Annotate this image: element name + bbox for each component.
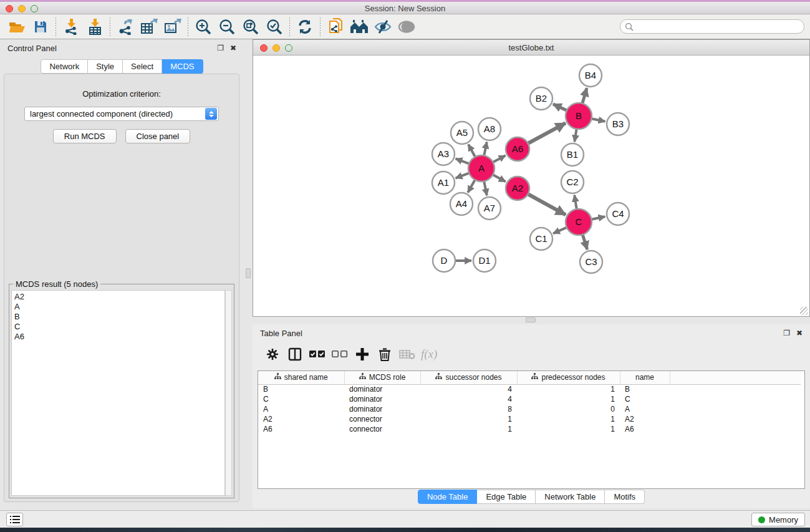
settings-gear-icon[interactable] <box>261 344 284 365</box>
table-cell[interactable]: A2 <box>620 414 670 424</box>
column-header[interactable]: name <box>620 371 670 384</box>
table-cell[interactable]: A6 <box>258 424 344 434</box>
table-cell[interactable]: 4 <box>420 394 517 404</box>
horizontal-splitter-handle[interactable] <box>526 317 536 322</box>
hide-selected-icon[interactable] <box>371 16 395 37</box>
zoom-fit-icon[interactable] <box>239 16 263 37</box>
table-cell[interactable]: 1 <box>420 424 517 434</box>
mcds-result-item[interactable]: A2 <box>14 292 224 302</box>
unselect-all-columns-icon[interactable] <box>329 344 351 365</box>
table-cell[interactable]: B <box>620 384 670 394</box>
table-cell[interactable]: 4 <box>420 384 517 394</box>
graph-node-B4[interactable]: B4 <box>579 64 602 87</box>
toggle-column-panel-icon[interactable] <box>284 344 306 365</box>
table-cell[interactable]: B <box>258 384 344 394</box>
graph-node-C3[interactable]: C3 <box>580 251 602 273</box>
task-history-button[interactable] <box>6 513 23 526</box>
graph-node-A4[interactable]: A4 <box>450 193 473 215</box>
column-header[interactable]: MCDS role <box>344 371 420 384</box>
graph-node-C1[interactable]: C1 <box>530 228 552 250</box>
mcds-result-list[interactable]: A2ABCA6 <box>11 290 225 496</box>
column-header[interactable]: predecessor nodes <box>517 371 620 384</box>
table-cell[interactable]: A <box>620 404 670 414</box>
tab-edge-table[interactable]: Edge Table <box>477 490 536 504</box>
graph-node-C4[interactable]: C4 <box>607 203 629 225</box>
export-image-icon[interactable] <box>161 16 185 37</box>
column-header[interactable]: shared name <box>258 371 344 384</box>
table-row[interactable]: A2connector11A2 <box>258 414 801 424</box>
table-cell[interactable]: A <box>258 404 344 414</box>
refresh-layout-icon[interactable] <box>293 16 317 37</box>
mcds-result-item[interactable]: C <box>14 322 224 332</box>
table-cell[interactable]: C <box>258 394 344 404</box>
graph-node-D[interactable]: D <box>433 249 455 272</box>
graph-node-B3[interactable]: B3 <box>607 113 629 135</box>
table-row[interactable]: Adominator80A <box>258 404 801 414</box>
table-cell[interactable]: 1 <box>420 414 517 424</box>
graph-node-A3[interactable]: A3 <box>432 143 455 165</box>
memory-button[interactable]: Memory <box>751 513 805 526</box>
run-mcds-button[interactable]: Run MCDS <box>53 129 117 143</box>
table-row[interactable]: A6connector11A6 <box>258 424 801 434</box>
network-canvas[interactable]: AA1A2A3A4A5A6A7A8BB1B2B3B4CC1C2C3C4DD1 <box>253 56 809 316</box>
save-session-icon[interactable] <box>29 16 52 37</box>
graph-node-A1[interactable]: A1 <box>432 172 455 194</box>
open-session-icon[interactable] <box>5 16 29 37</box>
tab-style[interactable]: Style <box>88 59 123 74</box>
graph-node-B[interactable]: B <box>566 103 592 129</box>
search-field[interactable] <box>620 19 804 34</box>
show-all-icon[interactable] <box>395 16 418 37</box>
main-titlebar[interactable]: Session: New Session <box>0 2 810 14</box>
table-cell[interactable]: connector <box>344 414 420 424</box>
table-cell[interactable]: C <box>620 394 670 404</box>
table-cell[interactable]: 1 <box>517 424 620 434</box>
graph-node-A6[interactable]: A6 <box>506 137 529 161</box>
graph-node-A2[interactable]: A2 <box>506 177 529 200</box>
graph-node-C2[interactable]: C2 <box>561 171 584 193</box>
zoom-in-icon[interactable] <box>191 16 215 37</box>
export-network-icon[interactable] <box>113 16 137 37</box>
zoom-out-icon[interactable] <box>215 16 239 37</box>
zoom-selected-icon[interactable] <box>263 16 286 37</box>
table-cell[interactable]: A6 <box>620 424 670 434</box>
float-panel-icon[interactable]: ❐ <box>217 44 224 52</box>
table-cell[interactable]: 8 <box>420 404 517 414</box>
table-cell[interactable]: 1 <box>517 414 620 424</box>
tab-network-table[interactable]: Network Table <box>536 490 605 504</box>
close-panel-icon[interactable]: ✖ <box>230 44 236 52</box>
close-table-panel-icon[interactable]: ✖ <box>796 329 803 337</box>
graph-node-B1[interactable]: B1 <box>561 143 584 166</box>
graph-node-A[interactable]: A <box>468 155 494 181</box>
tab-mcds[interactable]: MCDS <box>162 59 203 74</box>
add-column-icon[interactable] <box>351 344 374 365</box>
delete-column-icon[interactable] <box>374 344 396 365</box>
window-resize-grip[interactable] <box>800 307 808 315</box>
table-cell[interactable]: dominator <box>344 384 420 394</box>
graph-node-A7[interactable]: A7 <box>478 197 501 220</box>
graph-node-B2[interactable]: B2 <box>530 87 552 110</box>
export-table-icon[interactable] <box>137 16 161 37</box>
float-table-panel-icon[interactable]: ❐ <box>783 329 790 337</box>
graph-node-A5[interactable]: A5 <box>451 122 473 144</box>
table-cell[interactable]: 1 <box>517 394 620 404</box>
close-panel-button[interactable]: Close panel <box>125 129 191 143</box>
first-neighbors-icon[interactable] <box>347 16 371 37</box>
column-header[interactable]: successor nodes <box>420 371 517 384</box>
import-network-icon[interactable] <box>59 16 83 37</box>
table-cell[interactable]: 0 <box>517 404 620 414</box>
vertical-splitter-handle[interactable] <box>246 268 251 278</box>
select-all-columns-icon[interactable] <box>306 344 329 365</box>
optimization-criterion-select[interactable]: largest connected component (directed) <box>24 107 219 121</box>
tab-network[interactable]: Network <box>41 59 88 74</box>
node-table[interactable]: shared nameMCDS rolesuccessor nodesprede… <box>258 370 805 489</box>
search-input[interactable] <box>637 22 804 31</box>
tab-motifs[interactable]: Motifs <box>605 490 645 504</box>
table-row[interactable]: Cdominator41C <box>258 394 801 404</box>
graph-node-A8[interactable]: A8 <box>478 118 501 140</box>
mcds-result-item[interactable]: B <box>14 312 224 322</box>
mcds-result-item[interactable]: A6 <box>14 332 224 342</box>
table-cell[interactable]: 1 <box>517 384 620 394</box>
graph-node-D1[interactable]: D1 <box>473 249 496 272</box>
table-cell[interactable]: A2 <box>258 414 344 424</box>
table-cell[interactable]: connector <box>344 424 420 434</box>
